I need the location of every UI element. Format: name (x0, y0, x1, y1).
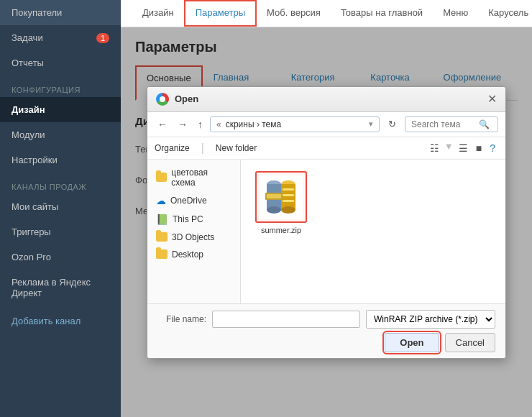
sidebar-label-ozon: Ozon Pro (12, 252, 51, 262)
sidebar-label-this-pc: This PC (173, 214, 203, 224)
sidebar-label-3d: 3D Objects (172, 232, 214, 242)
sidebar-label-reports: Отчеты (12, 58, 44, 68)
sidebar-item-modules[interactable]: Модули (0, 122, 121, 147)
sidebar-label-color-scheme: цветовая схема (171, 168, 231, 188)
sidebar-item-color-scheme[interactable]: цветовая схема (147, 164, 240, 191)
help-btn[interactable]: ? (487, 141, 498, 155)
sidebar-label-desktop: Desktop (172, 249, 203, 260)
tab-mobile[interactable]: Моб. версия (257, 0, 331, 27)
file-name-label: summer.zip (261, 226, 301, 234)
folder-icon-3d (156, 232, 168, 242)
view-btn-1[interactable]: ☷ (427, 141, 442, 155)
main-content: Дизайн Параметры Моб. версия Товары на г… (121, 0, 532, 417)
footer-filename-row: File name: WinRAR ZIP archive (*.zip) (157, 310, 495, 329)
nav-up-button[interactable]: ↑ (195, 117, 206, 132)
cancel-button[interactable]: Cancel (445, 333, 495, 352)
dialog-footer: File name: WinRAR ZIP archive (*.zip) Op… (147, 303, 505, 358)
dialog-titlebar: Open ✕ (147, 87, 505, 112)
folder-icon-1 (156, 173, 167, 182)
search-icon: 🔍 (479, 119, 490, 129)
filename-input[interactable] (212, 311, 360, 328)
tab-parameters[interactable]: Параметры (184, 0, 257, 27)
svg-rect-10 (283, 191, 294, 193)
sidebar-item-my-sites[interactable]: Мои сайты (0, 194, 121, 219)
open-button[interactable]: Open (385, 333, 439, 352)
footer-buttons: Open Cancel (157, 333, 495, 352)
dialog-path-box[interactable]: « скрины › тема ▾ (210, 116, 380, 132)
computer-icon: 📗 (156, 214, 168, 225)
svg-rect-11 (283, 194, 294, 196)
tab-products-main[interactable]: Товары на главной (331, 0, 433, 27)
sidebar-label-design: Дизайн (12, 104, 45, 115)
separator: | (201, 142, 204, 155)
page-body: Параметры Основные Главная страница Кате… (121, 27, 532, 417)
sidebar-label-onedrive: OneDrive (170, 196, 207, 206)
sidebar-item-triggers[interactable]: Триггеры (0, 219, 121, 244)
svg-point-3 (267, 206, 281, 214)
view-divider: ▼ (444, 141, 454, 155)
open-dialog: Open ✕ ← → ↑ « скрины › тема ▾ ↻ (147, 86, 506, 359)
sidebar-item-yandex[interactable]: Реклама в Яндекс Директ (0, 270, 121, 306)
dialog-overlay: Open ✕ ← → ↑ « скрины › тема ▾ ↻ (121, 27, 532, 417)
dialog-close-button[interactable]: ✕ (487, 93, 497, 105)
tab-carousel[interactable]: Карусель (478, 0, 532, 27)
sidebar-label-tasks: Задачи (12, 32, 43, 43)
path-arrow: « (216, 119, 221, 129)
organize-button[interactable]: Organize (155, 143, 190, 153)
sidebar-item-settings[interactable]: Настройки (0, 147, 121, 173)
sidebar-label-modules: Модули (12, 129, 45, 140)
filetype-select[interactable]: WinRAR ZIP archive (*.zip) (366, 310, 495, 329)
svg-rect-8 (267, 194, 281, 198)
sidebar-item-tasks[interactable]: Задачи 1 (0, 25, 121, 50)
new-folder-button[interactable]: New folder (216, 143, 257, 153)
path-dropdown-arrow[interactable]: ▾ (369, 119, 373, 129)
dialog-actions-bar: Organize | New folder ☷ ▼ ☰ ■ ? (147, 137, 505, 160)
sidebar-item-design[interactable]: Дизайн (0, 97, 121, 122)
nav-back-button[interactable]: ← (155, 117, 170, 132)
sidebar-label-triggers: Триггеры (12, 226, 51, 237)
file-item-summer-zip[interactable]: summer.zip (252, 171, 310, 234)
svg-rect-9 (283, 188, 294, 191)
top-tabs: Дизайн Параметры Моб. версия Товары на г… (121, 0, 532, 27)
svg-rect-13 (283, 200, 294, 202)
sidebar-label-settings: Настройки (12, 155, 58, 165)
tab-menu[interactable]: Меню (433, 0, 478, 27)
dialog-path-text: скрины › тема (226, 119, 282, 129)
search-box[interactable]: 🔍 (405, 116, 498, 132)
add-channel-button[interactable]: Добавить канал (0, 308, 121, 334)
file-icon-wrap (255, 171, 307, 223)
sidebar-item-this-pc[interactable]: 📗 This PC (147, 210, 240, 229)
sidebar-label-buyers: Покупатели (12, 7, 62, 18)
nav-forward-button[interactable]: → (175, 117, 191, 132)
onedrive-icon: ☁ (156, 195, 166, 206)
dialog-file-area: summer.zip (241, 160, 505, 303)
sidebar: Покупатели Задачи 1 Отчеты Конфигурация … (0, 0, 121, 417)
sidebar-item-ozon[interactable]: Ozon Pro (0, 244, 121, 270)
dialog-title-bar: Open (156, 93, 198, 106)
sidebar-section-sales: Каналы продаж (0, 173, 121, 194)
chrome-icon (156, 93, 169, 106)
svg-point-6 (281, 206, 295, 214)
sidebar-item-3d-objects[interactable]: 3D Objects (147, 229, 240, 246)
view-btn-3[interactable]: ■ (473, 141, 485, 155)
dialog-sidebar: цветовая схема ☁ OneDrive 📗 This PC (147, 160, 241, 303)
sidebar-item-buyers[interactable]: Покупатели (0, 0, 121, 25)
dialog-body: цветовая схема ☁ OneDrive 📗 This PC (147, 160, 505, 303)
sidebar-item-desktop[interactable]: Desktop (147, 246, 240, 263)
sidebar-item-reports[interactable]: Отчеты (0, 50, 121, 75)
sidebar-item-onedrive[interactable]: ☁ OneDrive (147, 191, 240, 210)
dialog-title-text: Open (175, 93, 198, 104)
refresh-button[interactable]: ↻ (384, 116, 400, 132)
sidebar-label-yandex: Реклама в Яндекс Директ (12, 277, 109, 298)
sidebar-section-config: Конфигурация (0, 75, 121, 97)
view-btn-2[interactable]: ☰ (456, 141, 471, 155)
view-buttons: ☷ ▼ ☰ ■ ? (427, 141, 498, 155)
filename-label: File name: (157, 314, 206, 324)
winrar-svg-icon (260, 175, 303, 219)
svg-rect-12 (283, 197, 294, 199)
search-input[interactable] (411, 119, 476, 129)
sidebar-label-my-sites: Мои сайты (12, 201, 58, 212)
tab-design[interactable]: Дизайн (132, 0, 184, 27)
tasks-badge: 1 (96, 33, 109, 43)
dialog-toolbar: ← → ↑ « скрины › тема ▾ ↻ 🔍 (147, 112, 505, 137)
